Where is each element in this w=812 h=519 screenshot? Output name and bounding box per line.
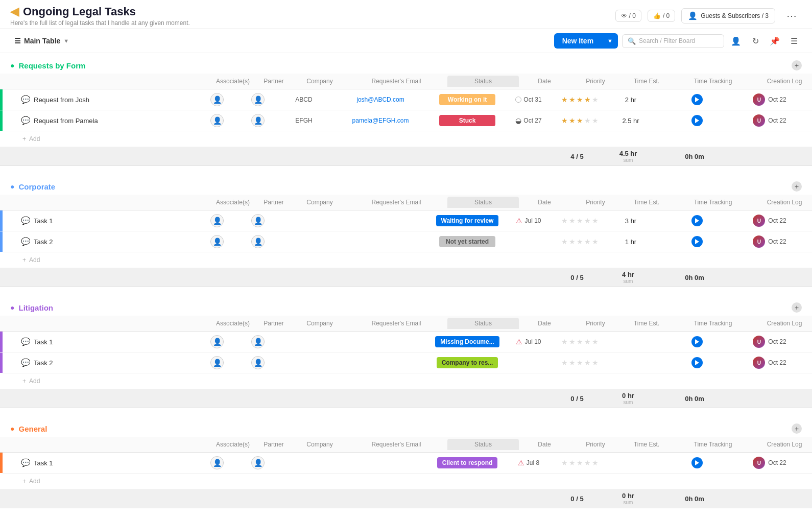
pin-icon-button[interactable]: 📌 [767,33,782,49]
summary-priority-value: 4 / 5 [570,153,583,160]
time-tracking-cell [656,110,738,131]
table-container: ● Requests by Form + Associate(s) Partne… [0,53,812,519]
col-email: Requester's Email [345,197,447,208]
status-cell[interactable]: Client to respond [432,453,503,473]
chat-icon[interactable]: 💬 [21,358,31,367]
priority-cell: ★★★★★ [554,110,605,131]
play-button[interactable] [691,336,703,347]
add-icon: + [22,135,26,143]
chat-icon[interactable]: 💬 [21,216,31,225]
summary-priority: 4 / 5 [552,147,603,166]
views-button[interactable]: 👁 / 0 [615,10,641,22]
play-button[interactable] [691,94,703,105]
add-row-button[interactable]: + Add [0,131,812,147]
group-title[interactable]: Requests by Form [18,61,85,70]
status-cell[interactable]: Missing Docume... [432,332,503,352]
add-row-button[interactable]: + Add [0,252,812,268]
chat-icon[interactable]: 💬 [21,337,31,346]
likes-button[interactable]: 👍 / 0 [648,10,675,22]
new-item-button[interactable]: New Item ▼ [554,33,618,49]
summary-empty-status [429,147,500,166]
table-row-grid: 💬 Task 1 👤 👤 Waiting for review [3,210,812,231]
add-label: Add [29,378,40,385]
top-bar-controls: 👁 / 0 👍 / 0 👤 Guests & Subscribers / 3 ⋯ [615,8,802,24]
chat-icon[interactable]: 💬 [21,458,31,467]
group-add-button[interactable]: + [792,302,802,313]
chat-icon[interactable]: 💬 [21,95,31,104]
table-row: 💬 Request from Pamela 👤 👤 EFGH pamela@EF… [0,110,812,131]
group-add-button[interactable]: + [792,181,802,192]
group-title[interactable]: Litigation [18,303,53,312]
associate-avatar: 👤 [210,235,224,248]
partner-cell: 👤 [237,453,278,473]
creation-date: Oct 22 [768,217,786,224]
new-item-dropdown-icon[interactable]: ▼ [602,34,618,48]
creation-avatar: U [753,357,765,369]
time-est-text: 2.5 hr [622,117,639,125]
status-badge[interactable]: Waiting for review [436,215,499,226]
status-badge[interactable]: Company to res... [437,357,498,368]
add-icon: + [22,378,26,385]
play-button[interactable] [691,357,703,368]
group-toggle-icon[interactable]: ● [10,424,14,433]
play-button[interactable] [691,115,703,126]
user-icon-button[interactable]: 👤 [728,33,744,49]
status-badge[interactable]: Working on it [439,94,495,105]
status-badge[interactable]: Stuck [439,115,495,126]
status-badge[interactable]: Missing Docume... [435,336,499,347]
email-link[interactable]: pamela@EFGH.com [352,117,409,124]
row-name-text: Task 1 [34,217,53,225]
svg-marker-1 [695,118,699,123]
row-name-text: Task 1 [34,459,53,467]
status-cell[interactable]: Company to res... [432,352,503,373]
star-empty: ★ [561,217,568,225]
group-add-button[interactable]: + [792,60,802,70]
add-row-button[interactable]: + Add [0,373,812,389]
group-title[interactable]: Corporate [18,182,55,191]
play-button[interactable] [691,215,703,226]
partner-avatar: 👤 [251,214,265,227]
play-button[interactable] [691,457,703,468]
filter-icon-button[interactable]: ☰ [786,33,802,49]
summary-empty-partner [235,147,276,166]
group-toggle-icon[interactable]: ● [10,61,14,69]
associate-avatar: 👤 [210,356,224,369]
time-track-cell [691,336,703,347]
svg-marker-3 [695,239,699,244]
status-badge[interactable]: Not yet started [439,236,495,247]
company-cell: EFGH [278,110,329,131]
status-cell[interactable]: Working on it [432,89,503,110]
chat-icon[interactable]: 💬 [21,116,31,125]
group-toggle-icon[interactable]: ● [10,182,14,191]
more-options-button[interactable]: ⋯ [781,8,802,24]
summary-empty-creation [735,489,797,508]
col-name [18,442,212,446]
star-filled: ★ [569,116,576,125]
col-creation-log: Creation Log [754,439,812,450]
status-badge[interactable]: Client to respond [437,457,498,468]
status-cell[interactable]: Stuck [432,110,503,131]
refresh-icon-button[interactable]: ↻ [748,33,763,49]
group-add-button[interactable]: + [792,423,802,434]
group-title[interactable]: General [18,424,47,433]
search-box[interactable]: 🔍 Search / Filter Board [622,34,724,48]
col-date: Date [519,76,570,87]
chat-icon[interactable]: 💬 [21,237,31,246]
group-header: ● Requests by Form + [0,53,812,74]
add-row-button[interactable]: + Add [0,474,812,489]
company-cell [278,231,329,252]
status-cell[interactable]: Not yet started [432,231,503,252]
summary-empty-date [500,268,552,287]
summary-empty-company [276,489,327,508]
star-empty: ★ [584,116,591,125]
time-tracking-cell [656,89,738,110]
status-cell[interactable]: Waiting for review [432,210,503,231]
main-table-button[interactable]: ☰ Main Table ▼ [10,35,73,47]
play-button[interactable] [691,236,703,247]
guests-button[interactable]: 👤 Guests & Subscribers / 3 [681,8,775,23]
group-toggle-icon[interactable]: ● [10,303,14,312]
email-link[interactable]: josh@ABCD.com [356,96,404,103]
add-icon: + [22,478,26,485]
col-company: Company [294,197,345,208]
col-company: Company [294,76,345,87]
